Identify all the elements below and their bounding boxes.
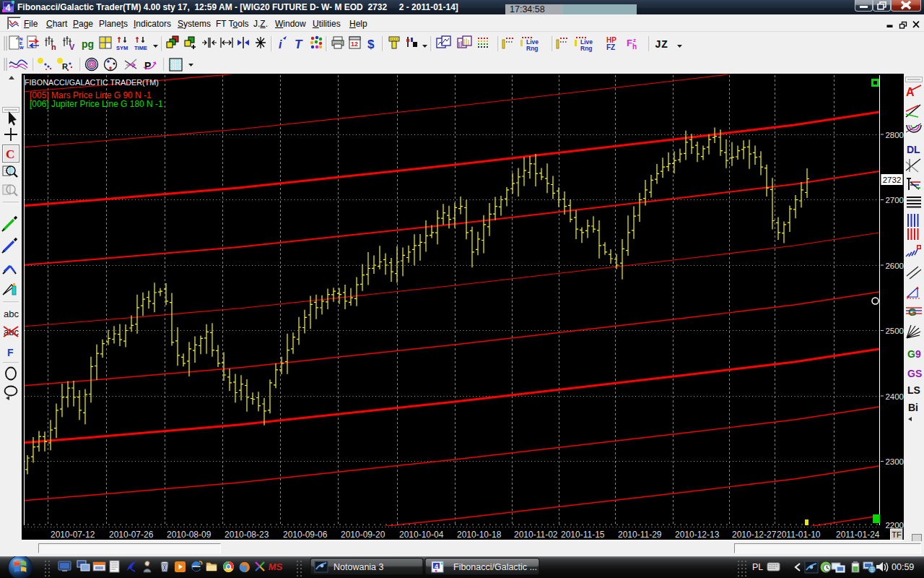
svg-text:GS: GS [907,368,922,379]
svg-text:Rng: Rng [580,45,593,52]
svg-text:2732: 2732 [883,176,902,184]
svg-text:00:59: 00:59 [892,562,914,572]
svg-text:TIME: TIME [134,45,147,51]
svg-text:PL: PL [752,562,763,572]
svg-text:V: V [69,43,75,51]
svg-text:2011-01-10: 2011-01-10 [777,530,821,540]
svg-text:TF: TF [892,530,902,539]
svg-text:4: 4 [6,3,11,13]
svg-text:Notowania 3: Notowania 3 [334,562,384,572]
svg-text:2010-09-06: 2010-09-06 [283,530,328,540]
svg-text:2500: 2500 [885,327,904,335]
svg-text:2010-08-23: 2010-08-23 [225,530,269,540]
svg-text:F: F [7,347,14,358]
svg-text:2800: 2800 [885,131,904,139]
svg-text:h: h [632,43,637,51]
svg-text:pg: pg [82,38,94,50]
svg-text:2300: 2300 [885,457,904,466]
svg-text:i: i [279,38,282,51]
svg-text:FZ: FZ [606,43,615,51]
svg-text:2011-01-24: 2011-01-24 [836,530,880,540]
svg-text:2010-10-04: 2010-10-04 [399,530,444,540]
svg-text:2010-08-09: 2010-08-09 [167,530,212,540]
svg-text:JZ: JZ [655,39,668,51]
svg-text:2010-11-02: 2010-11-02 [514,530,558,540]
svg-text:SYM: SYM [116,45,128,51]
svg-text:G9: G9 [907,348,921,360]
svg-text:Rng: Rng [526,45,539,52]
svg-text:W: W [19,46,24,50]
svg-text:DL: DL [907,144,920,155]
svg-text:Bi: Bi [908,402,918,413]
svg-text:4: 4 [435,563,438,570]
svg-text:2010-07-12: 2010-07-12 [51,530,95,540]
svg-text:A: A [906,86,915,98]
svg-text:2010-12-13: 2010-12-13 [675,530,720,540]
svg-text:C: C [6,147,14,161]
svg-text:MS: MS [268,561,284,572]
svg-text:FIBONACCI/GALACTIC TRADER(TM): FIBONACCI/GALACTIC TRADER(TM) [25,78,159,87]
svg-text:$: $ [367,38,375,51]
svg-text:2600: 2600 [885,262,904,270]
svg-text:2010-11-29: 2010-11-29 [618,530,662,540]
svg-text:LS: LS [907,384,920,396]
svg-text:2010-09-20: 2010-09-20 [341,530,385,540]
svg-text:2400: 2400 [885,392,904,401]
svg-text:2010-07-26: 2010-07-26 [109,530,154,540]
svg-text:P: P [144,60,151,72]
svg-text:F: F [627,38,632,48]
svg-text:abc: abc [4,309,19,319]
svg-text:2700: 2700 [885,196,904,204]
svg-text:B: B [149,563,152,568]
svg-text:2010-10-18: 2010-10-18 [457,530,502,540]
svg-text:2010-11-15: 2010-11-15 [561,530,605,540]
svg-text:T: T [295,38,303,51]
svg-text:R: R [62,62,68,71]
svg-text:n: n [51,43,56,51]
svg-text:2010-12-27: 2010-12-27 [732,530,777,540]
svg-text:12: 12 [351,40,358,48]
svg-text:2200: 2200 [885,521,904,530]
svg-text:Fibonacci/Galactic ...: Fibonacci/Galactic ... [453,562,537,572]
svg-text:[006] Jupiter Price Line G 180: [006] Jupiter Price Line G 180 N -1 [30,99,163,109]
